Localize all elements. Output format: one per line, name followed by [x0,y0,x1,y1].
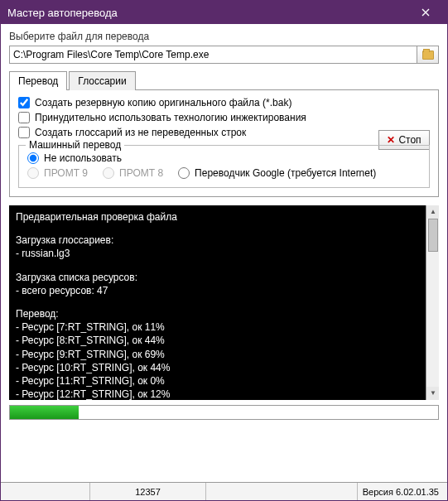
window-title: Мастер автоперевода [7,7,411,19]
tab-body: Создать резервную копию оригинального фа… [9,90,439,197]
folder-icon [422,51,434,60]
status-bar: 12357 Версия 6.02.01.35 [1,482,447,500]
log-line: - Ресурс [11:RT_STRING], ок 0% [16,374,432,388]
tab-strip: Перевод Глоссарии [9,70,439,90]
stop-button-label: Стоп [398,134,421,146]
checkbox-glossary-label: Создать глоссарий из не переведенных стр… [35,127,246,138]
path-row [9,46,439,64]
tab-translate[interactable]: Перевод [9,71,67,90]
checkbox-backup[interactable] [18,97,30,108]
radio-promt9-label: ПРОМТ 9 [44,167,88,179]
log-line: - Ресурс [10:RT_STRING], ок 44% [16,361,432,374]
log-line: - Ресурс [8:RT_STRING], ок 44% [16,334,432,347]
console-scrollbar[interactable]: ▲ ▼ [426,205,439,400]
log-console: Предварительная проверка файла Загрузка … [9,205,439,400]
radio-google-row[interactable]: Переводчик Google (требуется Internet) [178,167,376,179]
radio-google[interactable] [178,167,190,179]
radio-promt9 [27,167,39,179]
radio-promt8-row: ПРОМТ 8 [103,167,163,179]
radio-none[interactable] [27,152,39,164]
status-cell-number: 12357 [90,483,206,500]
file-select-label: Выберите файл для перевода [9,31,439,42]
radio-google-label: Переводчик Google (требуется Internet) [195,167,376,179]
content-area: Выберите файл для перевода Перевод Глосс… [1,24,447,482]
radio-promt9-row: ПРОМТ 9 [27,167,88,179]
log-line: - Ресурс [9:RT_STRING], ок 69% [16,348,432,361]
scroll-down-icon[interactable]: ▼ [426,387,439,400]
log-blank [16,224,432,234]
checkbox-glossary[interactable] [18,127,30,138]
stop-x-icon: ✕ [387,134,395,146]
checkbox-backup-row[interactable]: Создать резервную копию оригинального фа… [18,97,430,108]
progress-bar [9,405,439,420]
log-line: - Ресурс [12:RT_STRING], ок 12% [16,388,432,400]
machine-translate-legend: Машинный перевод [26,139,124,151]
log-line: Загрузка списка ресурсов: [16,271,432,284]
titlebar: Мастер автоперевода [1,1,447,24]
scroll-thumb[interactable] [428,219,438,252]
radio-none-label: Не использовать [44,152,122,164]
radio-promt8 [103,167,114,179]
log-line: Предварительная проверка файла [16,210,432,224]
status-cell-version: Версия 6.02.01.35 [358,483,447,500]
checkbox-backup-label: Создать резервную копию оригинального фа… [35,97,291,108]
checkbox-inject-row[interactable]: Принудительно использовать технологию ин… [18,112,430,123]
file-path-input[interactable] [9,46,417,64]
browse-button[interactable] [417,46,439,64]
log-line: Загрузка глоссариев: [16,234,432,247]
radio-second-row: ПРОМТ 9 ПРОМТ 8 Переводчик Google (требу… [27,167,421,182]
log-blank [16,261,432,271]
tab-glossaries[interactable]: Глоссарии [69,71,135,90]
checkbox-glossary-row[interactable]: Создать глоссарий из не переведенных стр… [18,127,430,138]
log-line: - Ресурс [7:RT_STRING], ок 11% [16,320,432,334]
main-window: Мастер автоперевода Выберите файл для пе… [0,0,448,501]
checkbox-inject-label: Принудительно использовать технологию ин… [35,112,306,123]
log-line: Перевод: [16,307,432,320]
status-cell-empty [1,483,90,500]
log-line: - всего ресурсов: 47 [16,284,432,297]
log-blank [16,297,432,307]
log-line: - russian.lg3 [16,247,432,260]
close-button[interactable] [411,1,441,24]
radio-none-row[interactable]: Не использовать [27,152,421,164]
checkbox-inject[interactable] [18,112,30,123]
progress-fill [10,406,79,419]
radio-promt8-label: ПРОМТ 8 [119,167,163,179]
status-cell-spacer [206,483,358,500]
machine-translate-fieldset: Машинный перевод Не использовать ПРОМТ 9… [18,145,430,188]
scroll-up-icon[interactable]: ▲ [426,205,439,219]
